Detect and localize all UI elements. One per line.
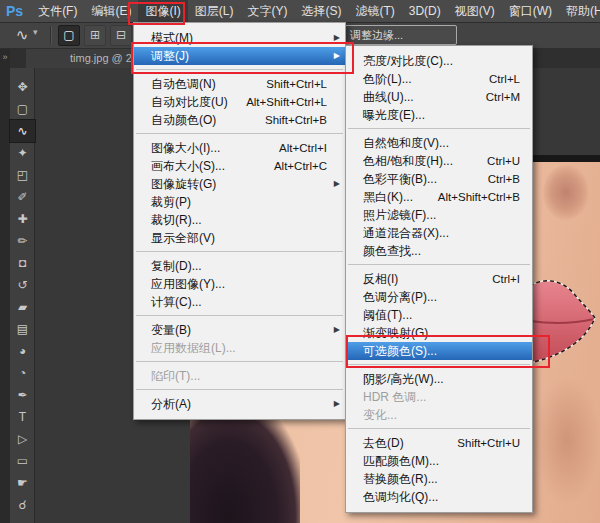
menu-item-canvas-size[interactable]: 画布大小(S)...Alt+Ctrl+C xyxy=(134,157,345,175)
history-brush-tool[interactable]: ↺ xyxy=(10,274,35,296)
lasso-tool[interactable]: ∿ xyxy=(10,120,35,142)
zoom-tool[interactable]: ☌ xyxy=(10,494,35,516)
menu-item-shadows-highlights[interactable]: 阴影/高光(W)... xyxy=(346,370,532,388)
new-selection-icon[interactable]: ▢ xyxy=(58,25,80,46)
menu-item-vibrance[interactable]: 自然饱和度(V)... xyxy=(346,134,532,152)
menu-item-gradient-map[interactable]: 渐变映射(G)... xyxy=(346,324,532,342)
menu-item-label: 亮度/对比度(C)... xyxy=(363,52,453,70)
hand-tool[interactable]: ☛ xyxy=(10,472,35,494)
pen-tool[interactable]: ✒ xyxy=(10,384,35,406)
refine-edge-button[interactable]: 调整边缘... xyxy=(343,25,457,45)
expand-panels-icon[interactable]: » xyxy=(0,52,10,62)
add-to-selection-icon[interactable]: ⊞ xyxy=(84,25,106,46)
menu-item-label: 色彩平衡(B)... xyxy=(363,170,437,188)
menu-item-channel-mixer[interactable]: 通道混合器(X)... xyxy=(346,224,532,242)
menu-item-posterize[interactable]: 色调分离(P)... xyxy=(346,288,532,306)
menu-item-label: 匹配颜色(M)... xyxy=(363,452,439,470)
submenu-arrow-icon: ▶ xyxy=(334,29,340,47)
marquee-tool[interactable]: ▢ xyxy=(10,98,35,120)
lasso-preset-icon[interactable]: ∿ xyxy=(12,25,32,45)
spot-healing-tool[interactable]: ✚ xyxy=(10,208,35,230)
menu-item-black-white[interactable]: 黑白(K)...Alt+Shift+Ctrl+B xyxy=(346,188,532,206)
photo-cheek-shadow xyxy=(533,375,600,505)
dodge-tool[interactable]: ◔ xyxy=(10,362,35,384)
menu-item-shortcut: Ctrl+M xyxy=(486,88,520,106)
menu-item-selective-color[interactable]: 可选颜色(S)... xyxy=(346,342,532,360)
menu-item-apply-image[interactable]: 应用图像(Y)... xyxy=(134,275,345,293)
menu-item-label: 画布大小(S)... xyxy=(151,157,225,175)
menu-item-label: 图像大小(I)... xyxy=(151,139,220,157)
menu-item-levels[interactable]: 色阶(L)...Ctrl+L xyxy=(346,70,532,88)
menu-item-duplicate[interactable]: 复制(D)... xyxy=(134,257,345,275)
menu-item-invert[interactable]: 反相(I)Ctrl+I xyxy=(346,270,532,288)
blur-tool[interactable]: ◕ xyxy=(10,340,35,362)
menu-item-trim[interactable]: 裁切(R)... xyxy=(134,211,345,229)
clone-stamp-tool[interactable]: ◘ xyxy=(10,252,35,274)
menu-item-mode[interactable]: 模式(M)▶ xyxy=(134,29,345,47)
brush-tool[interactable]: ✏ xyxy=(10,230,35,252)
menubar-items: 文件(F)编辑(E)图像(I)图层(L)文字(Y)选择(S)滤镜(T)3D(D)… xyxy=(31,0,600,22)
menu-item-equalize[interactable]: 色调均化(Q)... xyxy=(346,488,532,506)
menu-item-hue-saturation[interactable]: 色相/饱和度(H)...Ctrl+U xyxy=(346,152,532,170)
menu-file[interactable]: 文件(F) xyxy=(31,0,84,22)
menu-item-auto-contrast[interactable]: 自动对比度(U)Alt+Shift+Ctrl+L xyxy=(134,93,345,111)
menu-item-photo-filter[interactable]: 照片滤镜(F)... xyxy=(346,206,532,224)
menu-item-reveal-all[interactable]: 显示全部(V) xyxy=(134,229,345,247)
crop-tool[interactable]: ◰ xyxy=(10,164,35,186)
photoshop-logo: Ps xyxy=(0,3,31,19)
menu-separator xyxy=(348,364,530,365)
menu-help[interactable]: 帮助(H) xyxy=(559,0,600,22)
menu-layer[interactable]: 图层(L) xyxy=(188,0,241,22)
submenu-arrow-icon: ▶ xyxy=(334,395,340,413)
photo-hair xyxy=(190,405,300,523)
caret-down-icon[interactable]: ▾ xyxy=(33,27,38,37)
menu-separator xyxy=(136,315,343,316)
menu-filter[interactable]: 滤镜(T) xyxy=(348,0,401,22)
menu-item-shortcut: Shift+Ctrl+B xyxy=(265,111,327,129)
type-tool[interactable]: T xyxy=(10,406,35,428)
menu-item-label: 陷印(T)... xyxy=(151,367,200,385)
menu-item-calculations[interactable]: 计算(C)... xyxy=(134,293,345,311)
menu-item-color-balance[interactable]: 色彩平衡(B)...Ctrl+B xyxy=(346,170,532,188)
menu-item-analysis[interactable]: 分析(A)▶ xyxy=(134,395,345,413)
shape-tool[interactable]: ▭ xyxy=(10,450,35,472)
quick-selection-tool[interactable]: ✦ xyxy=(10,142,35,164)
menu-item-brightness-contrast[interactable]: 亮度/对比度(C)... xyxy=(346,52,532,70)
menu-item-label: 图像旋转(G) xyxy=(151,175,216,193)
menu-window[interactable]: 窗口(W) xyxy=(502,0,559,22)
subtract-from-selection-icon[interactable]: ⊟ xyxy=(110,25,132,46)
menu-edit[interactable]: 编辑(E) xyxy=(84,0,138,22)
menu-item-crop[interactable]: 裁剪(P) xyxy=(134,193,345,211)
menu-item-label: 渐变映射(G)... xyxy=(363,324,438,342)
menu-item-label: 裁切(R)... xyxy=(151,211,202,229)
menu-item-threshold[interactable]: 阈值(T)... xyxy=(346,306,532,324)
eyedropper-tool[interactable]: ✐ xyxy=(10,186,35,208)
gradient-tool[interactable]: ▤ xyxy=(10,318,35,340)
menu-item-auto-color[interactable]: 自动颜色(O)Shift+Ctrl+B xyxy=(134,111,345,129)
menu-view[interactable]: 视图(V) xyxy=(448,0,502,22)
menu-item-curves[interactable]: 曲线(U)...Ctrl+M xyxy=(346,88,532,106)
menu-select[interactable]: 选择(S) xyxy=(294,0,348,22)
menu-type[interactable]: 文字(Y) xyxy=(240,0,294,22)
menu-item-match-color[interactable]: 匹配颜色(M)... xyxy=(346,452,532,470)
path-selection-tool[interactable]: ▷ xyxy=(10,428,35,450)
menu-item-label: 去色(D) xyxy=(363,434,404,452)
menu-item-variables[interactable]: 变量(B)▶ xyxy=(134,321,345,339)
menu-image[interactable]: 图像(I) xyxy=(138,0,187,22)
move-tool[interactable]: ✥ xyxy=(10,76,35,98)
menu-item-exposure[interactable]: 曝光度(E)... xyxy=(346,106,532,124)
menu-item-auto-tone[interactable]: 自动色调(N)Shift+Ctrl+L xyxy=(134,75,345,93)
menu-item-image-size[interactable]: 图像大小(I)...Alt+Ctrl+I xyxy=(134,139,345,157)
menu-item-label: 裁剪(P) xyxy=(151,193,191,211)
menu-item-desaturate[interactable]: 去色(D)Shift+Ctrl+U xyxy=(346,434,532,452)
menu-item-color-lookup[interactable]: 颜色查找... xyxy=(346,242,532,260)
menu-item-adjustments[interactable]: 调整(J)▶ xyxy=(134,47,345,65)
menu-item-image-rotation[interactable]: 图像旋转(G)▶ xyxy=(134,175,345,193)
menu-item-label: 应用图像(Y)... xyxy=(151,275,225,293)
eraser-tool[interactable]: ▰ xyxy=(10,296,35,318)
menu-item-apply-data-set: 应用数据组(L)... xyxy=(134,339,345,357)
menu-item-replace-color[interactable]: 替换颜色(R)... xyxy=(346,470,532,488)
menu-3d[interactable]: 3D(D) xyxy=(402,0,448,22)
lips-selection xyxy=(528,261,600,379)
menu-item-shortcut: Ctrl+U xyxy=(487,152,520,170)
